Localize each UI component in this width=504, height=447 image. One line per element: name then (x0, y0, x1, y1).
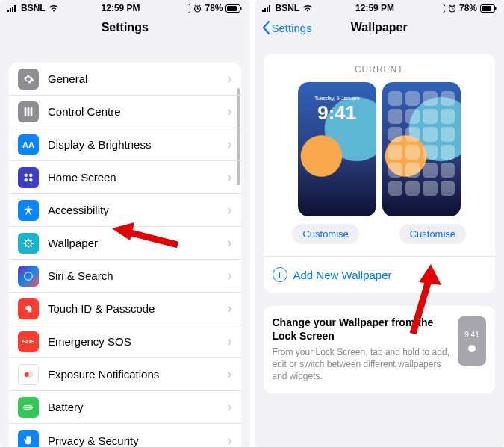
battery-icon (225, 4, 242, 13)
row-general[interactable]: General › (9, 63, 241, 96)
svg-rect-22 (32, 406, 33, 408)
svg-rect-11 (25, 173, 28, 176)
chevron-right-icon: › (228, 433, 232, 448)
row-label: Control Centre (48, 105, 228, 118)
svg-point-15 (28, 206, 30, 208)
chevron-right-icon: › (228, 71, 232, 87)
svg-rect-27 (269, 5, 270, 12)
svg-point-18 (25, 272, 33, 280)
gear-icon (18, 69, 39, 90)
status-bar: BSNL 12:59 PM 78% (0, 0, 250, 15)
chevron-right-icon: › (228, 301, 232, 316)
alarm-icon (193, 4, 202, 13)
text-size-icon: AA (18, 134, 39, 155)
chevron-right-icon: › (228, 366, 232, 382)
carrier-label: BSNL (276, 3, 300, 13)
chevron-right-icon: › (228, 268, 232, 284)
row-label: Accessibility (48, 204, 228, 216)
row-label: Home Screen (48, 171, 228, 184)
row-display-brightness[interactable]: AA Display & Brightness › (9, 128, 241, 161)
add-wallpaper-button[interactable]: + Add New Wallpaper (273, 264, 487, 284)
battery-icon (18, 397, 39, 418)
row-privacy-security[interactable]: Privacy & Security › (9, 424, 241, 447)
preview-day: Tuesday, 9 January (298, 96, 376, 101)
carrier-label: BSNL (21, 3, 46, 13)
svg-rect-2 (12, 7, 13, 12)
svg-rect-10 (31, 107, 33, 116)
back-label: Settings (272, 22, 312, 34)
row-emergency-sos[interactable]: SOS Emergency SOS › (9, 325, 241, 358)
exposure-icon (18, 364, 39, 385)
row-label: Battery (48, 401, 228, 413)
svg-rect-0 (7, 10, 9, 12)
moon-icon (437, 4, 445, 13)
wifi-icon (302, 4, 313, 12)
svg-rect-9 (28, 107, 30, 116)
signal-icon (262, 4, 273, 12)
customise-home-button[interactable]: Customise (399, 224, 466, 244)
svg-rect-6 (227, 6, 237, 11)
divider (264, 256, 496, 257)
nav-bar: Settings Wallpaper (255, 15, 505, 40)
svg-rect-13 (25, 178, 28, 181)
chevron-left-icon (262, 21, 270, 34)
touch-indicator-icon (468, 345, 476, 352)
preview-time: 9:41 (298, 101, 376, 125)
row-label: Emergency SOS (48, 335, 228, 348)
svg-rect-3 (14, 5, 16, 12)
chevron-right-icon: › (228, 235, 232, 251)
svg-rect-25 (264, 8, 266, 12)
current-wallpaper-card: CURRENT Tuesday, 9 January 9:41 Customis… (264, 54, 496, 293)
siri-icon (18, 266, 39, 287)
home-screen-preview[interactable] (382, 82, 461, 216)
row-touchid-passcode[interactable]: Touch ID & Passcode › (9, 293, 241, 325)
settings-list: General › Control Centre › AA Display & … (9, 63, 241, 447)
svg-rect-7 (240, 7, 242, 10)
page-title: Settings (102, 21, 149, 34)
row-label: Touch ID & Passcode (48, 302, 228, 315)
battery-icon (480, 4, 497, 13)
row-label: Privacy & Security (48, 434, 228, 447)
chevron-right-icon: › (228, 169, 232, 185)
sliders-icon (18, 101, 39, 122)
fingerprint-icon (18, 298, 39, 319)
sos-icon: SOS (18, 331, 39, 352)
alarm-icon (448, 4, 456, 13)
back-button[interactable]: Settings (262, 21, 312, 34)
row-battery[interactable]: Battery › (9, 391, 241, 424)
info-body: From your Lock Screen, tap and hold to a… (273, 346, 451, 383)
accessibility-icon (18, 200, 39, 221)
chevron-right-icon: › (228, 334, 232, 349)
info-thumbnail: 9:41 (458, 316, 486, 366)
row-label: General (48, 72, 228, 85)
row-control-centre[interactable]: Control Centre › (9, 96, 241, 128)
row-exposure-notifications[interactable]: Exposure Notifications › (9, 358, 241, 391)
hand-icon (18, 430, 39, 447)
chevron-right-icon: › (228, 399, 232, 415)
moon-icon (182, 4, 190, 13)
customise-lock-button[interactable]: Customise (292, 224, 358, 244)
row-home-screen[interactable]: Home Screen › (9, 161, 241, 194)
plus-icon: + (273, 267, 287, 282)
clock: 12:59 PM (102, 3, 140, 13)
wifi-icon (49, 4, 59, 12)
status-bar: BSNL 12:59 PM 78% (255, 0, 505, 15)
chevron-right-icon: › (228, 137, 232, 152)
svg-point-16 (28, 242, 30, 244)
page-title: Wallpaper (351, 21, 408, 34)
annotation-arrow-wallpaper (112, 222, 179, 252)
add-label: Add New Wallpaper (293, 269, 392, 281)
lock-screen-preview[interactable]: Tuesday, 9 January 9:41 (298, 82, 376, 216)
row-label: Display & Brightness (48, 138, 228, 151)
row-label: Exposure Notifications (48, 368, 228, 381)
annotation-arrow-customise (405, 264, 443, 335)
chevron-right-icon: › (228, 202, 232, 218)
clock: 12:59 PM (355, 3, 394, 13)
row-label: Siri & Search (48, 269, 228, 282)
thumb-time: 9:41 (464, 331, 479, 339)
svg-rect-8 (25, 107, 27, 116)
row-siri-search[interactable]: Siri & Search › (9, 260, 241, 293)
battery-pct: 78% (459, 3, 477, 13)
nav-bar: Settings (0, 15, 250, 40)
wallpaper-screen: BSNL 12:59 PM 78% Settings Wallpaper CUR… (255, 0, 505, 447)
